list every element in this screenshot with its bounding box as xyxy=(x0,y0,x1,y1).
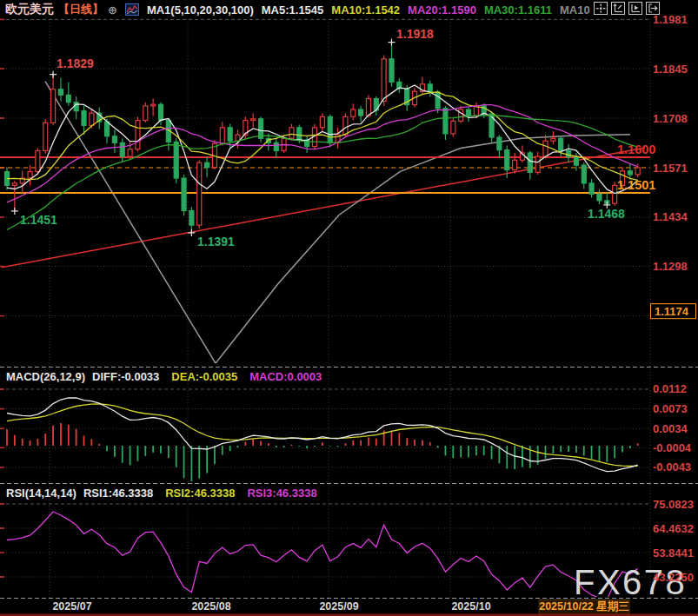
candle xyxy=(105,122,110,136)
chart-canvas[interactable]: 1.18291.19181.14511.13911.14681.16001.15… xyxy=(0,0,698,616)
main-price-panel xyxy=(0,43,650,363)
candle xyxy=(467,109,471,116)
candle xyxy=(613,185,617,203)
candle xyxy=(174,142,178,178)
candle xyxy=(497,137,502,150)
candle xyxy=(12,183,17,185)
axis-label: 43.2250 xyxy=(653,571,694,584)
candle xyxy=(189,211,194,226)
candle xyxy=(597,194,602,200)
date-label: 2025/10 xyxy=(451,600,490,613)
candle xyxy=(82,111,86,126)
candle xyxy=(435,92,440,109)
candle xyxy=(297,128,302,140)
rsi-line xyxy=(7,512,638,599)
pivot-label: 1.1391 xyxy=(197,235,235,248)
boxed-axis-label: 1.1174 xyxy=(655,305,689,318)
candle xyxy=(359,109,363,116)
axis-label: 1.1845 xyxy=(653,63,688,76)
fit-y-axis-icon[interactable] xyxy=(611,2,625,15)
rsi2-value: RSI2:46.3338 xyxy=(165,487,235,500)
current-date-label: 2025/10/22 星期三 xyxy=(539,600,629,613)
price-line-label: 1.1501 xyxy=(617,178,655,192)
candle xyxy=(136,120,140,149)
candle xyxy=(574,157,578,165)
candle xyxy=(343,116,348,135)
macd-title: MACD(26,12,9) xyxy=(6,370,85,383)
ma100-label: MA10 xyxy=(560,3,590,17)
axis-label: 0.0034 xyxy=(653,422,688,435)
crosshair-icon[interactable] xyxy=(594,2,608,15)
candle xyxy=(251,119,256,121)
axis-label: 1.1981 xyxy=(653,13,688,26)
candle xyxy=(351,109,356,116)
macd-dea-value: DEA:-0.0035 xyxy=(171,370,237,383)
axis-label: 0.0073 xyxy=(653,402,688,415)
candle xyxy=(443,109,448,134)
pivot-label: 1.1829 xyxy=(57,56,94,70)
candle xyxy=(58,89,63,96)
rsi-title: RSI(14,14,14) xyxy=(6,487,76,500)
date-label: 2025/08 xyxy=(191,600,230,613)
date-label: 2025/07 xyxy=(52,600,91,613)
pivot-label: 1.1451 xyxy=(20,213,57,227)
candle xyxy=(551,138,555,141)
candle xyxy=(389,59,394,83)
period-label: 【日线】 xyxy=(58,2,103,17)
candle xyxy=(228,128,232,141)
ma10-value: MA10:1.1542 xyxy=(331,3,400,17)
candle xyxy=(112,136,116,142)
candle xyxy=(197,162,202,225)
candle xyxy=(543,141,548,156)
axis-label: 75.0823 xyxy=(653,498,694,511)
macd-header: MACD(26,12,9) DIFF:-0.0033 DEA:-0.0035 M… xyxy=(6,370,322,383)
axis-label: 1.1571 xyxy=(653,162,688,175)
candle xyxy=(151,104,156,106)
candle xyxy=(128,149,132,156)
candle xyxy=(90,113,94,125)
price-line-label: 1.1600 xyxy=(617,142,655,156)
chart-style-icon[interactable] xyxy=(125,3,139,16)
candle xyxy=(459,109,463,121)
candle xyxy=(559,138,563,150)
candle xyxy=(589,183,594,194)
candle xyxy=(320,116,324,127)
ma5-value: MA5:1.1545 xyxy=(262,3,324,17)
candle xyxy=(289,128,294,138)
ma20-value: MA20:1.1590 xyxy=(408,3,476,17)
candle xyxy=(582,165,586,183)
candle xyxy=(205,162,209,167)
candle xyxy=(182,178,186,210)
axis-label: 64.4632 xyxy=(653,522,694,535)
dea-line xyxy=(7,404,638,467)
candle xyxy=(328,116,332,142)
chart-toolbar xyxy=(594,2,660,15)
candle xyxy=(43,123,48,150)
candle xyxy=(51,89,56,123)
candle xyxy=(159,104,163,120)
ma5-line xyxy=(7,85,638,194)
candle xyxy=(120,142,124,156)
axis-label: -0.0043 xyxy=(653,460,691,474)
axis-label: 1.1298 xyxy=(653,260,688,273)
axis-label: 1.1708 xyxy=(653,112,688,125)
candle xyxy=(513,160,517,169)
collapse-right-icon[interactable] xyxy=(646,2,660,15)
candle xyxy=(28,172,32,178)
axis-label: -0.0004 xyxy=(653,441,692,454)
ma-settings-label: MA1(5,10,20,30,100) xyxy=(147,3,254,17)
candle xyxy=(505,150,509,170)
axis-label: 0.0112 xyxy=(653,382,687,395)
step-forward-icon[interactable] xyxy=(628,2,642,15)
candle xyxy=(628,171,632,175)
trendline xyxy=(2,148,645,268)
candle xyxy=(528,153,532,172)
candle xyxy=(382,59,386,102)
candle xyxy=(236,135,240,141)
macd-panel xyxy=(7,398,638,481)
candle xyxy=(451,121,455,134)
plus-circle-icon[interactable]: ⊕ xyxy=(108,3,117,17)
candle xyxy=(220,128,224,143)
pivot-label: 1.1468 xyxy=(588,207,625,221)
candle xyxy=(366,99,370,116)
